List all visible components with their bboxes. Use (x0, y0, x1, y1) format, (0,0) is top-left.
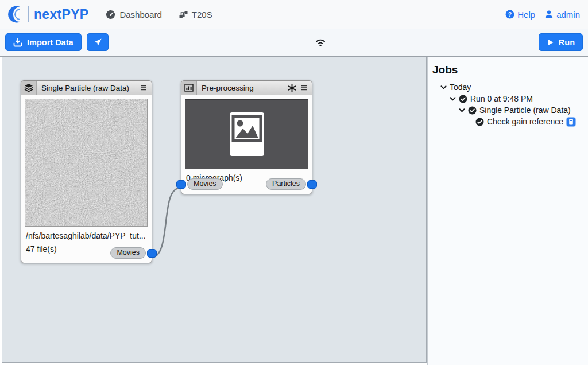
nav-item-dashboard[interactable]: Dashboard (106, 10, 161, 20)
tree-item-label: Run 0 at 9:48 PM (470, 94, 533, 103)
connection-status-wifi-icon (314, 36, 327, 48)
check-circle-icon (475, 118, 484, 126)
input-port-movies[interactable]: Movies (176, 178, 223, 190)
block-menu-icon[interactable] (140, 85, 147, 91)
main-area: Single Particle (raw Data) (0, 57, 588, 365)
micrograph-thumbnail (25, 99, 148, 227)
user-menu[interactable]: admin (544, 10, 580, 20)
svg-text:?: ? (508, 11, 512, 18)
output-port-particles[interactable]: Particles (266, 178, 317, 190)
log-file-badge-icon[interactable] (566, 117, 576, 127)
image-placeholder-icon (225, 111, 269, 158)
import-data-button[interactable]: Import Data (5, 33, 82, 51)
node-graph-icon (179, 10, 188, 19)
help-link[interactable]: ? Help (505, 10, 535, 20)
navbar-right: ? Help admin (505, 10, 580, 20)
top-navbar: nextPYP Dashboard T20S (0, 0, 588, 29)
empty-preview-placeholder (185, 99, 308, 169)
canvas-wrap: Single Particle (raw Data) (0, 57, 427, 365)
location-arrow-icon (93, 38, 102, 47)
port-knob[interactable] (307, 180, 317, 189)
block-header[interactable]: Single Particle (raw Data) (21, 81, 152, 95)
tree-item-label: Check gain reference (487, 117, 563, 126)
block-pre-processing[interactable]: Pre-processing (181, 80, 312, 194)
block-title: Single Particle (raw Data) (41, 84, 140, 92)
run-button[interactable]: Run (539, 33, 583, 51)
block-data-path: /nfs/bartesaghilab/data/PYP_tut... (21, 227, 152, 240)
question-circle-icon: ? (505, 10, 514, 19)
port-label: Movies (110, 247, 146, 259)
nav-item-label: Dashboard (119, 10, 161, 20)
workflow-canvas[interactable]: Single Particle (raw Data) (2, 57, 427, 363)
user-label: admin (556, 10, 580, 20)
jobs-panel: Jobs Today Run 0 at 9:48 PM Single Part (427, 57, 588, 365)
brand-title: nextPYP (34, 7, 88, 22)
nav-item-project-t20s[interactable]: T20S (179, 10, 212, 20)
chevron-down-icon[interactable] (440, 84, 447, 91)
chevron-down-icon[interactable] (459, 107, 465, 114)
chevron-down-icon[interactable] (450, 96, 456, 102)
run-label: Run (559, 38, 575, 47)
layers-icon (21, 81, 37, 95)
check-circle-icon (459, 95, 467, 103)
jobs-tree-item-today[interactable]: Today (432, 81, 585, 93)
tree-item-label: Today (450, 83, 471, 92)
navigate-to-block-button[interactable] (87, 33, 109, 51)
port-label: Particles (266, 178, 306, 190)
port-label: Movies (187, 178, 223, 190)
brand-home-link[interactable]: nextPYP (6, 5, 88, 24)
brand-divider (28, 6, 29, 22)
import-data-label: Import Data (27, 38, 74, 47)
jobs-tree-item-check-gain-reference[interactable]: Check gain reference (432, 116, 585, 127)
block-menu-icon[interactable] (300, 85, 307, 91)
person-icon (544, 10, 554, 19)
jobs-tree-item-run0[interactable]: Run 0 at 9:48 PM (432, 93, 585, 104)
port-knob[interactable] (176, 180, 186, 189)
nav-item-label: T20S (192, 10, 212, 20)
port-knob[interactable] (147, 249, 157, 258)
bar-chart-icon (181, 81, 197, 95)
download-tray-icon (13, 38, 22, 47)
tree-item-label: Single Particle (raw Data) (479, 106, 571, 115)
nextpyp-wave-logo-icon (6, 5, 24, 24)
project-toolbar: Import Data Run (0, 29, 588, 57)
play-icon (547, 38, 554, 46)
tachometer-icon (106, 10, 115, 20)
block-single-particle-raw-data[interactable]: Single Particle (raw Data) (21, 80, 152, 263)
navbar-links: Dashboard T20S (106, 10, 212, 20)
jobs-panel-title: Jobs (432, 64, 585, 76)
jobs-tree-item-single-particle[interactable]: Single Particle (raw Data) (432, 104, 585, 116)
check-circle-icon (468, 106, 477, 115)
modified-asterisk-icon (288, 84, 296, 92)
block-header[interactable]: Pre-processing (181, 81, 312, 95)
output-port-movies[interactable]: Movies (110, 247, 157, 259)
block-title: Pre-processing (202, 84, 288, 92)
help-label: Help (517, 10, 535, 20)
